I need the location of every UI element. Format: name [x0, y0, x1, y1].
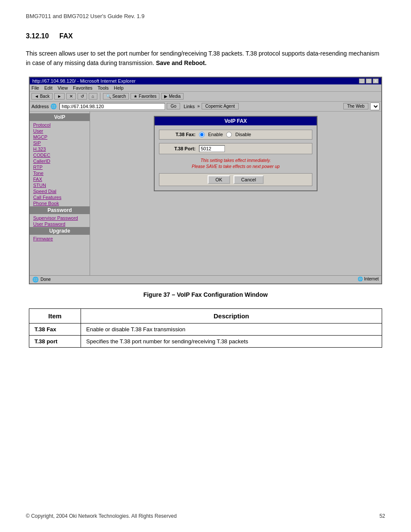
- sidebar-link-user-password[interactable]: User Password: [30, 221, 90, 227]
- menu-edit[interactable]: Edit: [44, 85, 53, 90]
- refresh-button[interactable]: ↺: [78, 93, 87, 100]
- voip-fax-dialog: VoIP FAX T.38 Fax: Enable Disable: [154, 116, 318, 191]
- sidebar-link-tone[interactable]: Tone: [30, 170, 90, 176]
- browser-toolbar: ◄ Back ► ✕ ↺ ⌂ 🔍 Search ★ Favorites ▶ Me…: [30, 92, 381, 102]
- the-web-button[interactable]: The Web: [343, 103, 368, 109]
- sidebar-link-protocol[interactable]: Protocol: [30, 122, 90, 128]
- footer-page: 52: [380, 513, 385, 519]
- t38-fax-enable-label: Enable: [208, 132, 223, 137]
- sidebar-upgrade-header: Upgrade: [30, 227, 90, 235]
- t38-fax-disable-radio[interactable]: [226, 132, 232, 137]
- back-button[interactable]: ◄ Back: [31, 93, 53, 100]
- browser-window: http://67.104.98.120/ - Microsoft Intern…: [29, 77, 382, 284]
- ok-button[interactable]: OK: [208, 175, 230, 184]
- table-cell-item: T.38 Fax: [29, 323, 81, 335]
- description-paragraph: This screen allows user to set the port …: [26, 49, 385, 68]
- section-number: 3.12.10: [26, 32, 49, 40]
- search-button[interactable]: 🔍 Search: [103, 93, 129, 100]
- main-content: VoIP FAX T.38 Fax: Enable Disable: [90, 112, 381, 275]
- dialog-buttons: OK Cancel: [159, 173, 312, 186]
- address-input[interactable]: [59, 103, 165, 110]
- t38-port-row: T.38 Port:: [159, 143, 312, 154]
- links-label: Links: [184, 104, 195, 109]
- t38-port-input[interactable]: [199, 145, 225, 152]
- media-button[interactable]: ▶ Media: [161, 93, 184, 100]
- browser-statusbar: 🌐 Done 🌐 Internet: [30, 275, 381, 283]
- dialog-body: T.38 Fax: Enable Disable T.38 Port:: [155, 125, 317, 190]
- sidebar-link-rtp[interactable]: RTP: [30, 164, 90, 170]
- t38-fax-enable-radio[interactable]: [199, 132, 205, 137]
- notice-line1: This setting takes effect immediately.: [159, 158, 312, 164]
- footer-copyright: © Copyright, 2004 Oki Network Technologi…: [26, 513, 177, 519]
- titlebar-buttons: _ □ X: [359, 78, 379, 84]
- copernic-button[interactable]: Copernic Agent: [202, 103, 239, 109]
- t38-port-label: T.38 Port:: [161, 146, 196, 151]
- sidebar-link-supervisor-password[interactable]: Supervisor Password: [30, 215, 90, 221]
- browser-menubar: File Edit View Favorites Tools Help: [30, 84, 381, 92]
- menu-help[interactable]: Help: [114, 85, 124, 90]
- table-cell-item: T.38 port: [29, 335, 81, 347]
- dialog-notice: This setting takes effect immediately. P…: [159, 158, 312, 170]
- doc-header-text: BMG7011 and BMG7012 User's Guide Rev. 1.…: [26, 13, 144, 19]
- t38-fax-label: T.38 Fax:: [161, 132, 196, 137]
- go-button[interactable]: Go: [167, 103, 180, 109]
- description-bold: Save and Reboot.: [156, 59, 206, 66]
- status-right: 🌐 Internet: [358, 277, 379, 283]
- sidebar-link-call-features[interactable]: Call Features: [30, 194, 90, 200]
- sidebar-link-speed-dial[interactable]: Speed Dial: [30, 188, 90, 194]
- stop-button[interactable]: ✕: [66, 93, 76, 100]
- sidebar: VoIP Protocol User MGCP SIP H.323 CODEC …: [30, 112, 90, 275]
- notice-line2: Please SAVE to take effects on next powe…: [159, 164, 312, 170]
- close-button[interactable]: X: [373, 78, 379, 84]
- browser-addressbar: Address 🌐 Go Links » Copernic Agent The …: [30, 102, 381, 112]
- sidebar-link-firmware[interactable]: Firmware: [30, 236, 90, 242]
- table-cell-description: Enable or disable T.38 Fax transmission: [81, 323, 382, 335]
- favorites-button[interactable]: ★ Favorites: [131, 93, 159, 100]
- address-icon: 🌐: [50, 103, 57, 109]
- minimize-button[interactable]: _: [359, 78, 365, 84]
- menu-file[interactable]: File: [31, 85, 39, 90]
- sidebar-link-stun[interactable]: STUN: [30, 182, 90, 188]
- table-col1-header: Item: [29, 308, 81, 323]
- menu-tools[interactable]: Tools: [98, 85, 109, 90]
- links-arrow: »: [197, 104, 200, 109]
- sidebar-link-callerid[interactable]: CallerID: [30, 158, 90, 164]
- home-button[interactable]: ⌂: [89, 93, 97, 100]
- address-label: Address: [31, 104, 49, 109]
- figure-caption: Figure 37 – VoIP Fax Configuration Windo…: [26, 291, 385, 298]
- sidebar-link-fax[interactable]: FAX: [30, 176, 90, 182]
- t38-fax-row: T.38 Fax: Enable Disable: [159, 130, 312, 140]
- forward-button[interactable]: ►: [54, 93, 65, 100]
- browser-title: http://67.104.98.120/ - Microsoft Intern…: [32, 78, 136, 84]
- t38-fax-disable-label: Disable: [235, 132, 251, 137]
- address-dropdown[interactable]: [370, 103, 380, 110]
- status-icon: 🌐: [32, 277, 39, 283]
- dialog-title: VoIP FAX: [155, 117, 317, 125]
- browser-content: VoIP Protocol User MGCP SIP H.323 CODEC …: [30, 112, 381, 275]
- section-name: FAX: [59, 32, 73, 40]
- status-left: 🌐 Done: [32, 277, 51, 283]
- sidebar-link-user[interactable]: User: [30, 128, 90, 134]
- sidebar-link-sip[interactable]: SIP: [30, 140, 90, 146]
- table-col2-header: Description: [81, 308, 382, 323]
- browser-titlebar: http://67.104.98.120/ - Microsoft Intern…: [30, 78, 381, 84]
- cancel-button[interactable]: Cancel: [234, 175, 264, 184]
- internet-icon: 🌐: [358, 277, 363, 281]
- table-cell-description: Specifies the T.38 port number for sendi…: [81, 335, 382, 347]
- sidebar-voip-header: VoIP: [30, 113, 90, 121]
- sidebar-link-codec[interactable]: CODEC: [30, 152, 90, 158]
- sidebar-link-mgcp[interactable]: MGCP: [30, 134, 90, 140]
- sidebar-link-phone-book[interactable]: Phone Book: [30, 200, 90, 206]
- menu-favorites[interactable]: Favorites: [73, 85, 92, 90]
- data-table: Item Description T.38 FaxEnable or disab…: [29, 308, 382, 348]
- status-done: Done: [40, 277, 51, 282]
- toolbar-separator: [100, 93, 100, 100]
- section-title: 3.12.10 FAX: [26, 32, 385, 40]
- doc-header: BMG7011 and BMG7012 User's Guide Rev. 1.…: [26, 13, 385, 19]
- figure-caption-text: Figure 37 – VoIP Fax Configuration Windo…: [143, 291, 268, 298]
- table-row: T.38 portSpecifies the T.38 port number …: [29, 335, 382, 347]
- sidebar-password-header: Password: [30, 206, 90, 214]
- menu-view[interactable]: View: [58, 85, 68, 90]
- sidebar-link-h323[interactable]: H.323: [30, 146, 90, 152]
- maximize-button[interactable]: □: [366, 78, 372, 84]
